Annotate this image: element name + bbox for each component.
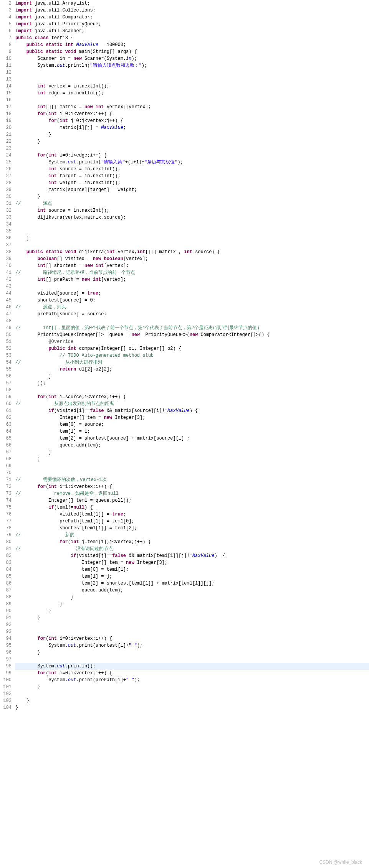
code-line[interactable]: } xyxy=(15,704,369,711)
code-line[interactable]: prePath[tem1[1]] = tem1[0]; xyxy=(15,518,369,525)
code-line[interactable]: queue.add(tem); xyxy=(15,442,369,449)
code-line[interactable]: int[][] matrix = new int[vertex][vertex]… xyxy=(15,104,369,110)
code-line[interactable] xyxy=(15,628,369,635)
code-line[interactable]: } xyxy=(15,235,369,242)
code-line[interactable]: tem[0] = tem1[1]; xyxy=(15,566,369,573)
code-line[interactable]: // 从小到大进行排列 xyxy=(15,359,369,366)
code-line[interactable]: matrix[i][j] = MaxValue; xyxy=(15,124,369,131)
code-line[interactable]: int source = in.nextInt(); xyxy=(15,166,369,173)
code-line[interactable]: public static void dijikstra(int vertex,… xyxy=(15,249,369,255)
code-editor[interactable]: 2345678910111213141516171819202122232425… xyxy=(0,0,369,711)
code-line[interactable]: } xyxy=(15,449,369,456)
code-line[interactable]: }); xyxy=(15,380,369,387)
code-line[interactable]: Integer[] tem1 = queue.poll(); xyxy=(15,497,369,504)
code-line[interactable]: int source = in.nextInt(); xyxy=(15,207,369,214)
code-line[interactable]: System.out.println("请输入顶点数和边数："); xyxy=(15,62,369,69)
code-line[interactable]: System.out.print(shortest[i]+" "); xyxy=(15,642,369,649)
code-line[interactable] xyxy=(15,228,369,235)
code-line[interactable]: public int compare(Integer[] o1, Integer… xyxy=(15,345,369,352)
code-line[interactable]: for(int i=1;i<vertex;i++) { xyxy=(15,483,369,490)
code-line[interactable]: int[] shortest = new int[vertex]; xyxy=(15,262,369,269)
code-line[interactable]: return o1[2]-o2[2]; xyxy=(15,366,369,373)
code-line[interactable] xyxy=(15,242,369,249)
code-line[interactable] xyxy=(15,387,369,394)
code-line[interactable]: import java.util.ArrayList; xyxy=(15,0,369,7)
code-line[interactable]: int edge = in.nextInt(); xyxy=(15,90,369,97)
code-line[interactable]: // 从源点出发到别的节点的距离 xyxy=(15,400,369,407)
code-line[interactable]: } xyxy=(15,601,369,608)
code-line[interactable]: for(int j=0;j<vertex;j++) { xyxy=(15,117,369,124)
code-line[interactable]: Scanner in = new Scanner(System.in); xyxy=(15,55,369,62)
code-line[interactable]: // 需要循环的次数，vertex-1次 xyxy=(15,476,369,483)
code-line[interactable]: } xyxy=(15,614,369,621)
code-line[interactable]: tem[0] = source; xyxy=(15,421,369,428)
code-line[interactable] xyxy=(15,656,369,663)
code-line[interactable]: prePath[source] = source; xyxy=(15,311,369,318)
code-line[interactable]: } xyxy=(15,193,369,200)
code-line[interactable] xyxy=(15,97,369,104)
code-line[interactable]: import java.util.Scanner; xyxy=(15,28,369,35)
code-line[interactable]: // 源点，到头 xyxy=(15,304,369,311)
code-line[interactable]: int[] prePath = new int[vertex]; xyxy=(15,276,369,283)
code-line[interactable]: tem[2] = shortest[tem1[1]] + matrix[tem1… xyxy=(15,580,369,587)
code-line[interactable]: for(int j=tem1[1];j<vertex;j++) { xyxy=(15,539,369,545)
code-line[interactable]: int weight = in.nextInt(); xyxy=(15,180,369,186)
code-line[interactable]: if(visited[j]==false && matrix[tem1[1]][… xyxy=(15,552,369,559)
code-line[interactable]: for(int i=source;i<vertex;i++) { xyxy=(15,394,369,400)
code-line[interactable] xyxy=(15,283,369,290)
code-line[interactable]: // TODO Auto-generated method stub xyxy=(15,352,369,359)
code-line[interactable]: // 没有访问过的节点 xyxy=(15,545,369,552)
code-line[interactable]: if(tem1!=null) { xyxy=(15,504,369,511)
code-line[interactable]: } xyxy=(15,138,369,145)
code-line[interactable]: System.out.print(prePath[i]+" "); xyxy=(15,677,369,684)
code-line[interactable] xyxy=(15,690,369,697)
code-line[interactable] xyxy=(15,469,369,476)
code-line[interactable]: } xyxy=(15,594,369,601)
code-line[interactable]: @Override xyxy=(15,338,369,345)
code-line[interactable]: shortest[source] = 0; xyxy=(15,297,369,304)
code-line[interactable]: // remove，如果是空，返回null xyxy=(15,490,369,497)
code-line[interactable]: } xyxy=(15,608,369,614)
code-line[interactable]: // 新的 xyxy=(15,532,369,539)
code-line[interactable]: visited[source] = true; xyxy=(15,290,369,297)
code-line[interactable]: queue.add(tem); xyxy=(15,587,369,594)
code-line[interactable]: } xyxy=(15,373,369,380)
code-line[interactable]: // int[]，里面的值，第0个代表了前一个节点，第1个代表了当前节点，第2个… xyxy=(15,324,369,331)
code-line[interactable]: Integer[] tem = new Integer[3]; xyxy=(15,414,369,421)
code-line[interactable] xyxy=(15,69,369,76)
code-line[interactable]: for(int i=0;i<edge;i++) { xyxy=(15,152,369,159)
code-line[interactable]: System.out.println("请输入第"+(i+1)+"条边与其权值"… xyxy=(15,159,369,166)
code-line[interactable] xyxy=(15,221,369,228)
code-line[interactable]: public static int MaxValue = 100000; xyxy=(15,41,369,48)
code-line[interactable]: PriorityQueue<Integer[]> queue = new Pri… xyxy=(15,331,369,338)
code-line[interactable]: tem[2] = shortest[source] + matrix[sourc… xyxy=(15,435,369,442)
code-line[interactable]: // 源点 xyxy=(15,200,369,207)
code-line[interactable]: } xyxy=(15,684,369,690)
code-line[interactable]: int target = in.nextInt(); xyxy=(15,173,369,180)
code-line[interactable]: visited[tem1[1]] = true; xyxy=(15,511,369,518)
code-line[interactable]: tem[1] = i; xyxy=(15,428,369,435)
code-line[interactable]: matrix[source][target] = weight; xyxy=(15,186,369,193)
code-line[interactable] xyxy=(15,318,369,324)
code-line[interactable]: if(visited[i]==false && matrix[source][i… xyxy=(15,407,369,414)
code-line[interactable]: System.out.println(); xyxy=(15,663,369,670)
code-area[interactable]: import java.util.ArrayList;import java.u… xyxy=(14,0,369,711)
code-line[interactable] xyxy=(15,621,369,628)
code-line[interactable]: Integer[] tem = new Integer[3]; xyxy=(15,559,369,566)
code-line[interactable]: dijikstra(vertex,matrix,source); xyxy=(15,214,369,221)
code-line[interactable]: import java.util.PriorityQueue; xyxy=(15,21,369,28)
code-line[interactable] xyxy=(15,145,369,152)
code-line[interactable]: for(int i=0;i<vertex;i++) { xyxy=(15,110,369,117)
code-line[interactable]: } xyxy=(15,697,369,704)
code-line[interactable] xyxy=(15,463,369,469)
code-line[interactable]: import java.util.Comparator; xyxy=(15,14,369,21)
code-line[interactable]: import java.util.Collections; xyxy=(15,7,369,14)
code-line[interactable]: } xyxy=(15,649,369,656)
code-line[interactable]: tem[1] = j; xyxy=(15,573,369,580)
code-line[interactable]: } xyxy=(15,131,369,138)
code-line[interactable]: public static void main(String[] args) { xyxy=(15,48,369,55)
code-line[interactable]: for(int i=0;i<vertex;i++) { xyxy=(15,670,369,677)
code-line[interactable]: // 路径情况，记录路径，当前节点的前一个节点 xyxy=(15,269,369,276)
code-line[interactable] xyxy=(15,76,369,83)
code-line[interactable]: for(int i=0;i<vertex;i++) { xyxy=(15,635,369,642)
